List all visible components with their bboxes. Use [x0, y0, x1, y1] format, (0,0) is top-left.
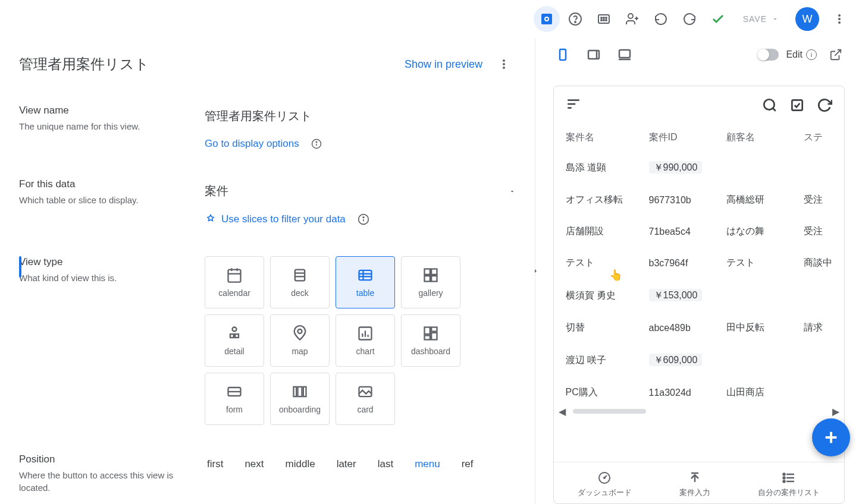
svg-point-83 [783, 480, 785, 482]
for-data-label: For this data [19, 178, 186, 190]
view-type-dashboard[interactable]: dashboard [401, 314, 460, 367]
position-later[interactable]: later [334, 453, 359, 475]
svg-point-2 [546, 18, 548, 20]
col-header: 顧客名 [726, 131, 804, 144]
select-icon[interactable] [789, 97, 805, 113]
svg-point-20 [503, 67, 505, 69]
view-more-button[interactable] [492, 52, 516, 76]
tile-label: table [356, 288, 374, 298]
show-in-preview-link[interactable]: Show in preview [405, 58, 482, 71]
device-phone-tab[interactable] [550, 42, 576, 68]
view-type-form[interactable]: form [205, 373, 264, 425]
save-dropdown[interactable]: SAVE [734, 14, 788, 24]
scroll-left-icon[interactable]: ◀ [556, 406, 568, 417]
position-last[interactable]: last [375, 453, 396, 475]
open-external-button[interactable] [824, 43, 848, 67]
chevron-down-icon [509, 184, 516, 198]
table-group-row[interactable]: 島添 道顕 ￥990,000 [554, 151, 844, 184]
view-type-card[interactable]: card [336, 373, 395, 425]
cell-status: 商談中 [804, 257, 844, 269]
slices-link-label: Use slices to filter your data [221, 213, 346, 225]
table-row[interactable]: PC購入 11a3024d 山田商店 [554, 377, 844, 408]
table-row[interactable]: オフィス移転 9677310b 高橋総研 受注 [554, 184, 844, 216]
display-options-link[interactable]: Go to display options [205, 138, 322, 150]
svg-line-65 [835, 50, 841, 56]
view-type-label: View type [19, 256, 186, 268]
view-type-map[interactable]: map [270, 314, 330, 367]
position-first[interactable]: first [205, 453, 225, 475]
device-tablet-tab[interactable] [581, 42, 607, 68]
svg-rect-57 [298, 387, 302, 396]
cell-id: abce489b [649, 323, 726, 333]
position-middle[interactable]: middle [283, 453, 318, 475]
table-row[interactable]: テスト b3c7964f テスト 商談中 [554, 247, 844, 279]
table-group-row[interactable]: 横須賀 勇史 ￥153,000 [554, 279, 844, 312]
cell-customer: テスト [726, 257, 804, 269]
device-desktop-tab[interactable] [612, 42, 638, 68]
tile-label: card [357, 405, 373, 414]
undo-button[interactable] [648, 6, 674, 32]
help-button[interactable] [562, 6, 588, 32]
cell-id: b3c7964f [649, 258, 726, 269]
tile-label: detail [224, 346, 244, 356]
svg-point-82 [783, 477, 785, 478]
position-menu[interactable]: menu [412, 453, 443, 475]
position-next[interactable]: next [242, 453, 266, 475]
table-group-row[interactable]: 渡辺 咲子 ￥609,000 [554, 344, 844, 377]
table-row[interactable]: 切替 abce489b 田中反転 請求 [554, 312, 844, 344]
svg-point-9 [601, 20, 602, 21]
check-button[interactable] [705, 6, 731, 32]
keyboard-button[interactable] [591, 6, 617, 32]
tile-label: onboarding [279, 405, 321, 414]
view-type-table[interactable]: table [336, 256, 395, 308]
cell-status: 請求 [804, 322, 844, 334]
view-type-calendar[interactable]: calendar [205, 256, 264, 308]
preview-mode-button[interactable] [534, 6, 560, 32]
nav-input[interactable]: 案件入力 [679, 471, 710, 498]
nav-mylist[interactable]: 自分の案件リスト [758, 471, 820, 498]
avatar[interactable]: W [795, 7, 819, 31]
cell-customer: 田中反転 [726, 322, 804, 334]
fab-add-button[interactable] [812, 418, 845, 456]
cell-id: 11a3024d [649, 388, 726, 398]
group-name: 渡辺 咲子 [566, 354, 649, 367]
view-type-gallery[interactable]: gallery [401, 256, 460, 308]
svg-point-17 [838, 21, 841, 24]
svg-rect-56 [294, 387, 297, 396]
svg-rect-58 [303, 387, 306, 396]
cell-name: 切替 [566, 322, 649, 334]
view-type-deck[interactable]: deck [270, 256, 330, 308]
edit-toggle[interactable] [757, 49, 779, 61]
view-type-detail[interactable]: detail [205, 314, 264, 367]
add-user-button[interactable] [619, 6, 645, 32]
table-row[interactable]: 店舗開設 71bea5c4 はなの舞 受注 [554, 216, 844, 247]
filter-icon[interactable] [566, 96, 581, 114]
svg-rect-41 [431, 276, 437, 281]
svg-point-19 [503, 63, 505, 65]
svg-rect-39 [431, 269, 437, 275]
refresh-icon[interactable] [817, 97, 832, 113]
svg-point-11 [606, 20, 607, 21]
editor-panel: 管理者用案件リスト Show in preview View name The … [0, 38, 535, 504]
nav-dashboard[interactable]: ダッシュボード [578, 471, 632, 498]
svg-point-69 [764, 99, 774, 109]
scroll-right-icon[interactable]: ▶ [830, 406, 842, 417]
group-name: 島添 道顕 [566, 162, 649, 174]
more-menu-button[interactable] [826, 6, 852, 32]
svg-point-6 [601, 17, 602, 18]
svg-point-15 [838, 14, 841, 17]
h-scrollbar[interactable] [568, 409, 830, 414]
search-icon[interactable] [762, 97, 778, 113]
display-options-label: Go to display options [205, 138, 299, 150]
view-type-chart[interactable]: chart [336, 314, 395, 367]
cell-customer: 山田商店 [726, 386, 804, 399]
view-name-input[interactable] [205, 105, 516, 128]
for-data-select[interactable]: 案件 [205, 178, 516, 204]
position-ref[interactable]: ref [459, 453, 476, 475]
view-type-onboarding[interactable]: onboarding [270, 373, 330, 425]
preview-panel: Edit i [535, 38, 862, 504]
table-row: 案件名 案件ID 顧客名 ステ [554, 124, 844, 151]
nav-label: 案件入力 [679, 487, 710, 498]
redo-button[interactable] [676, 6, 703, 32]
slices-link[interactable]: Use slices to filter your data [205, 213, 369, 225]
